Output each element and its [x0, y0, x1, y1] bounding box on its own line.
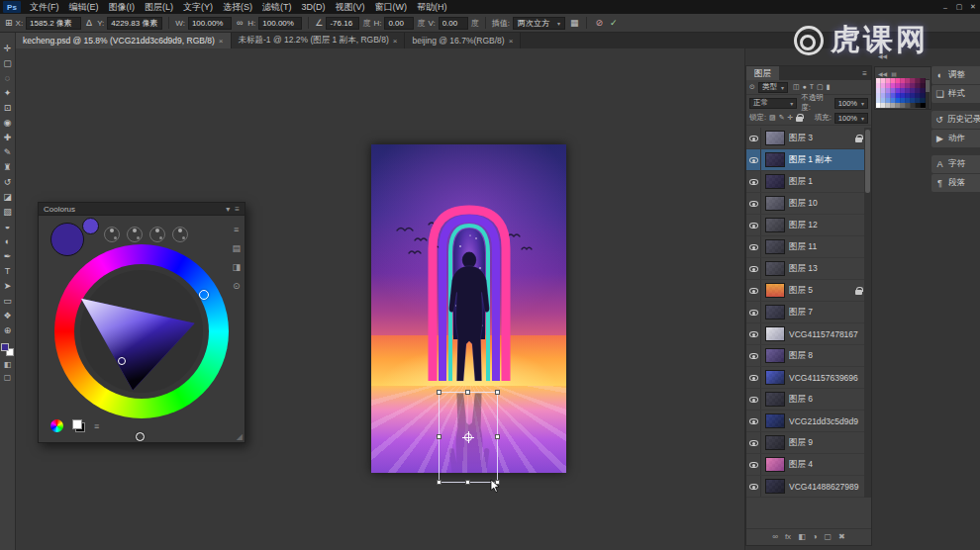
lock-option-icon[interactable]: ✎	[779, 114, 785, 122]
visibility-toggle[interactable]	[746, 389, 761, 410]
document-tab[interactable]: 未标题-1 @ 12.2% (图层 1 副本, RGB/8) ×	[232, 33, 406, 48]
blur-tool[interactable]: ◒	[0, 219, 15, 233]
layers-footer-icon[interactable]: ◑	[813, 532, 818, 541]
harmony-preset-icon[interactable]	[127, 227, 143, 242]
visibility-toggle[interactable]	[746, 367, 761, 388]
y-input[interactable]	[107, 17, 162, 30]
height-input[interactable]	[258, 17, 302, 30]
layer-name[interactable]: 图层 9	[789, 437, 862, 449]
rgb-wheel-icon[interactable]	[50, 419, 63, 432]
marquee-tool[interactable]: ▢	[0, 55, 15, 70]
menu-item[interactable]: 3D(D)	[297, 0, 331, 14]
transform-reference-point[interactable]	[464, 433, 472, 441]
type-tool[interactable]: T	[0, 263, 15, 278]
transform-handle[interactable]	[495, 390, 500, 395]
transform-handle[interactable]	[465, 390, 470, 395]
transform-handle[interactable]	[437, 480, 441, 485]
layer-name[interactable]: VCG41157478167	[789, 329, 862, 339]
layer-filter-icon[interactable]: ◫	[793, 83, 800, 91]
transform-handle[interactable]	[437, 434, 441, 439]
lasso-tool[interactable]: ◌	[0, 70, 15, 85]
layers-scrollbar[interactable]	[864, 128, 871, 498]
gradient-tool[interactable]: ▧	[0, 204, 15, 219]
layer-row[interactable]: VCG21dd3c5d9d9	[746, 411, 864, 432]
rotation-input[interactable]	[326, 17, 359, 30]
layer-thumbnail[interactable]	[765, 326, 785, 341]
layer-thumbnail[interactable]	[765, 283, 785, 298]
free-transform-box[interactable]	[439, 392, 498, 483]
zoom-tool[interactable]: ⊕	[0, 322, 15, 337]
layer-row[interactable]: 图层 5	[746, 280, 864, 302]
dock-panel-button[interactable]: ¶ 段落	[931, 174, 980, 192]
shape-tool[interactable]: ▭	[0, 293, 15, 308]
visibility-toggle[interactable]	[746, 432, 761, 453]
visibility-toggle[interactable]	[746, 411, 761, 431]
layer-name[interactable]: 图层 8	[789, 350, 862, 362]
layer-thumbnail[interactable]	[765, 348, 785, 363]
transform-handle[interactable]	[495, 434, 500, 439]
color-selector-marker[interactable]	[118, 357, 126, 365]
layers-footer-icon[interactable]: ◧	[798, 532, 806, 541]
layer-name[interactable]: 图层 11	[789, 241, 862, 253]
layer-name[interactable]: 图层 6	[789, 394, 862, 406]
layer-thumbnail[interactable]	[765, 413, 785, 428]
layer-thumbnail[interactable]	[765, 479, 785, 494]
layer-row[interactable]: 图层 6	[746, 389, 864, 411]
width-input[interactable]	[188, 17, 232, 30]
resize-grip[interactable]: ◢	[237, 432, 243, 441]
foreground-color-swatch[interactable]	[1, 343, 9, 351]
layer-thumbnail[interactable]	[765, 392, 785, 407]
layer-thumbnail[interactable]	[765, 131, 785, 145]
layer-thumbnail[interactable]	[765, 174, 785, 189]
layer-name[interactable]: VCG21dd3c5d9d9	[789, 416, 862, 426]
quick-mask-icon[interactable]: ◧	[4, 360, 12, 369]
blend-mode-select[interactable]: 正常 ▾	[749, 98, 797, 109]
layer-row[interactable]: 图层 1	[746, 171, 864, 193]
harmony-preset-icon[interactable]	[104, 227, 120, 242]
lock-option-icon[interactable]: ▨	[769, 114, 776, 122]
layers-footer-icon[interactable]: fx	[785, 532, 791, 541]
fill-select[interactable]: 100% ▾	[834, 113, 868, 124]
link-dimensions-toggle[interactable]: ∞	[235, 18, 245, 28]
layers-footer-icon[interactable]: ▢	[825, 532, 833, 541]
visibility-toggle[interactable]	[746, 476, 761, 497]
layer-thumbnail[interactable]	[765, 457, 785, 472]
swatches-header-icon[interactable]: ▤	[891, 70, 897, 77]
x-input[interactable]	[26, 17, 81, 30]
menu-item[interactable]: 编辑(E)	[64, 0, 104, 14]
crop-tool[interactable]: ⊡	[0, 100, 15, 115]
screen-mode-icon[interactable]: ▢	[4, 373, 12, 382]
layer-name[interactable]: 图层 10	[789, 198, 862, 210]
pen-tool[interactable]: ✒	[0, 248, 15, 263]
dodge-tool[interactable]: ◐	[0, 233, 15, 248]
opacity-select[interactable]: 100% ▾	[834, 98, 868, 109]
visibility-toggle[interactable]	[746, 454, 761, 475]
layers-footer-icon[interactable]: ∞	[772, 532, 778, 541]
visibility-toggle[interactable]	[746, 280, 761, 301]
skew-h-input[interactable]	[384, 17, 414, 30]
path-selection-tool[interactable]: ➤	[0, 278, 15, 293]
filter-kind-icon[interactable]: ⊙	[749, 83, 755, 91]
brush-tool[interactable]: ✎	[0, 144, 15, 159]
menu-item[interactable]: 窗口(W)	[370, 0, 413, 14]
layer-row[interactable]: 图层 1 副本	[746, 149, 864, 171]
relative-position-toggle[interactable]: Δ	[84, 18, 94, 28]
tab-close-icon[interactable]: ×	[219, 37, 224, 46]
layer-row[interactable]: VCG41157478167	[746, 323, 864, 345]
eyedropper-tool[interactable]: ◉	[0, 115, 15, 130]
swatches-scrollbar[interactable]	[926, 79, 930, 109]
visibility-toggle[interactable]	[746, 128, 761, 148]
collapse-icon[interactable]: ▾	[226, 205, 230, 214]
visibility-toggle[interactable]	[746, 258, 761, 279]
layer-name[interactable]: 图层 7	[789, 307, 862, 319]
layer-name[interactable]: 图层 5	[789, 285, 855, 297]
visibility-toggle[interactable]	[746, 215, 761, 235]
menu-item[interactable]: 视图(V)	[331, 0, 370, 14]
coolorus-option-icon[interactable]: ▤	[232, 243, 241, 253]
visibility-toggle[interactable]	[746, 193, 761, 214]
menu-item[interactable]: 帮助(H)	[412, 0, 452, 14]
layer-thumbnail[interactable]	[765, 370, 785, 385]
layer-thumbnail[interactable]	[765, 196, 785, 211]
move-tool[interactable]: ✛	[0, 41, 15, 55]
menu-item[interactable]: 选择(S)	[218, 0, 257, 14]
